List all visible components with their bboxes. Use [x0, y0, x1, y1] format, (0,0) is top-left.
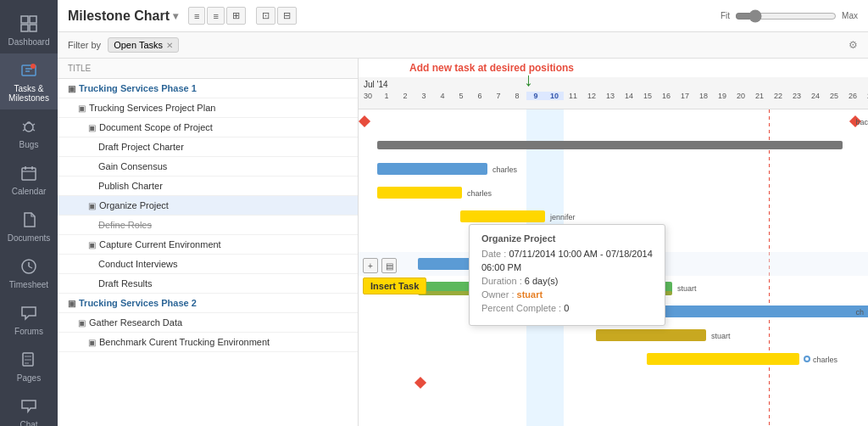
tooltip-date-row: Date : 07/11/2014 10:00 AM - 07/18/2014: [481, 249, 653, 259]
sidebar-item-documents[interactable]: Documents: [0, 203, 58, 249]
gantt-bar-olive2: [596, 329, 706, 341]
toolbar-indent-btn[interactable]: ≡: [207, 7, 224, 25]
sidebar-item-label: Timesheet: [9, 280, 48, 289]
owner-label: stuart: [711, 332, 731, 340]
collapse-icon[interactable]: ▣: [88, 240, 96, 249]
owner-label: charles: [467, 189, 492, 198]
task-label: Document Scope of Project: [99, 122, 213, 132]
sidebar-item-pages[interactable]: Pages: [0, 343, 58, 390]
sidebar-item-chat[interactable]: Chat: [0, 390, 58, 426]
toolbar-expand-btn[interactable]: ⊟: [277, 7, 297, 25]
gantt-days-row: 30 1 2 3 4 5 6 7 8 9 10 11 12 13 14 15 1: [359, 92, 868, 100]
toolbar-buttons: ≡ ≡ ⊞ ⊡ ⊟: [188, 7, 297, 25]
svg-rect-1: [30, 16, 36, 23]
gantt-day: 13: [601, 92, 620, 100]
sidebar-item-label: Bugs: [19, 140, 39, 149]
collapse-icon[interactable]: ▣: [68, 84, 75, 93]
forums-icon: [19, 303, 39, 323]
filter-tag-label: Open Tasks: [114, 40, 163, 50]
collapse-icon[interactable]: ▣: [68, 299, 75, 308]
list-item[interactable]: ▣ Document Scope of Project: [58, 118, 358, 137]
insert-task-button[interactable]: Insert Task: [363, 277, 426, 294]
svg-rect-0: [21, 16, 28, 23]
gantt-day: 11: [564, 92, 582, 100]
svg-line-11: [23, 129, 25, 131]
gantt-bar-gray: [377, 141, 843, 149]
gantt-day: 1: [377, 92, 396, 100]
task-label: Gain Consensus: [98, 161, 167, 171]
task-list-header: TITLE: [58, 59, 358, 79]
gantt-day: 24: [806, 92, 825, 100]
gantt-day-today: 10: [545, 92, 564, 100]
gantt-row-draft-results: charles: [359, 347, 868, 371]
list-item[interactable]: ▣ Trucking Services Phase 1: [58, 79, 358, 98]
add-task-hint: Add new task at desired positions: [409, 62, 574, 74]
gantt-day: 22: [769, 92, 787, 100]
tooltip-owner-row: Owner : stuart: [481, 289, 653, 300]
list-item[interactable]: Conduct Interviews: [58, 255, 358, 274]
list-item[interactable]: ▣ Trucking Services Project Plan: [58, 98, 358, 118]
svg-line-9: [23, 124, 25, 126]
list-item[interactable]: ▣ Organize Project: [58, 196, 358, 216]
list-item[interactable]: ▣ Capture Current Environment: [58, 235, 358, 255]
diamond-phase2: [415, 377, 426, 389]
sidebar-item-forums[interactable]: Forums: [0, 296, 58, 343]
collapse-icon[interactable]: ▣: [88, 123, 96, 132]
sidebar-item-bugs[interactable]: Bugs: [0, 109, 58, 156]
title-chevron[interactable]: ▾: [173, 10, 178, 22]
list-item[interactable]: Publish Charter: [58, 177, 358, 196]
gantt-day: 25: [825, 92, 843, 100]
sidebar-item-dashboard[interactable]: Dashboard: [0, 7, 58, 53]
documents-icon: [19, 210, 39, 230]
add-row-btn[interactable]: +: [363, 258, 378, 273]
task-list: TITLE ▣ Trucking Services Phase 1 ▣ Truc…: [58, 59, 359, 426]
sidebar-item-tasks[interactable]: Tasks &Milestones: [0, 53, 58, 109]
svg-rect-13: [22, 168, 36, 180]
gantt-bar-yellow: [377, 187, 462, 199]
task-label: Publish Charter: [98, 181, 163, 191]
gantt-day: 30: [359, 92, 377, 100]
edit-row-btn[interactable]: ▤: [381, 258, 397, 273]
sidebar-item-label: Pages: [17, 373, 41, 383]
list-item[interactable]: Gain Consensus: [58, 157, 358, 177]
gantt-day: 7: [489, 92, 508, 100]
tooltip-time-value: 06:00 PM: [481, 262, 521, 272]
toolbar-grid-btn[interactable]: ⊞: [226, 7, 246, 25]
sidebar-item-calendar[interactable]: Calendar: [0, 156, 58, 203]
filter-tag-open-tasks[interactable]: Open Tasks ✕: [108, 37, 179, 53]
fit-label: Fit: [721, 11, 730, 20]
tooltip-date-label: Date :: [481, 249, 506, 259]
tooltip-title: Organize Project: [481, 233, 653, 244]
list-item[interactable]: ▣ Gather Research Data: [58, 313, 358, 333]
settings-icon[interactable]: ⚙: [849, 39, 858, 51]
tooltip-percent-label: Percent Complete :: [481, 303, 561, 313]
gantt-day: 17: [676, 92, 694, 100]
gantt-row-project-plan: [359, 133, 868, 157]
svg-line-19: [29, 266, 32, 268]
list-item[interactable]: ▣ Benchmark Curent Trucking Environment: [58, 333, 358, 352]
pages-icon: [19, 350, 39, 370]
insert-task-label: Insert Task: [370, 281, 419, 291]
gantt-day: 5: [452, 92, 470, 100]
owner-label: stuart: [677, 284, 697, 293]
diamond-start: [359, 115, 370, 127]
tooltip-owner-label: Owner :: [481, 289, 515, 300]
gantt-day: 23: [787, 92, 806, 100]
list-item[interactable]: Define Roles: [58, 216, 358, 235]
collapse-icon[interactable]: ▣: [78, 104, 86, 113]
fit-slider[interactable]: [735, 9, 837, 23]
list-item[interactable]: Draft Project Charter: [58, 137, 358, 157]
page-title: Milestone Chart ▾: [68, 8, 178, 24]
filter-tag-remove[interactable]: ✕: [166, 41, 173, 50]
toolbar-collapse-btn[interactable]: ⊡: [256, 7, 275, 25]
collapse-icon[interactable]: ▣: [88, 338, 96, 347]
gantt-day-today: 9: [526, 92, 545, 100]
toolbar-list-btn[interactable]: ≡: [188, 7, 205, 25]
svg-rect-23: [25, 362, 29, 364]
sidebar-item-timesheet[interactable]: Timesheet: [0, 249, 58, 296]
collapse-icon[interactable]: ▣: [88, 201, 96, 210]
collapse-icon[interactable]: ▣: [78, 318, 86, 328]
main-content: Milestone Chart ▾ ≡ ≡ ⊞ ⊡ ⊟ Fit Max Filt…: [58, 0, 868, 426]
list-item[interactable]: ▣ Trucking Services Phase 2: [58, 294, 358, 313]
list-item[interactable]: Draft Results: [58, 274, 358, 294]
